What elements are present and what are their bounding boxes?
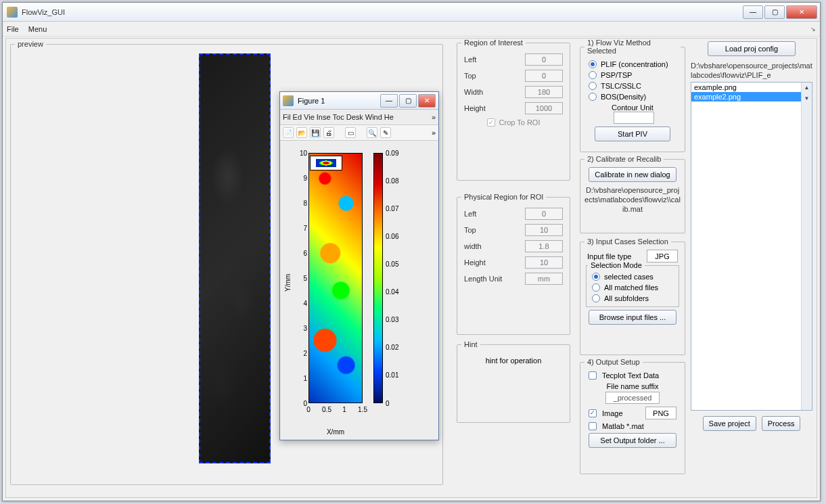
matlab-label: Matlab *.mat bbox=[602, 422, 644, 430]
phys-height-input[interactable] bbox=[525, 256, 563, 269]
ytick: 6 bbox=[298, 250, 307, 257]
phys-width-label: width bbox=[464, 242, 482, 250]
phys-width-input[interactable] bbox=[525, 240, 563, 252]
tecplot-label: Tecplot Text Data bbox=[602, 371, 659, 380]
window-title: FlowViz_GUI bbox=[22, 8, 741, 16]
hint-text: hint for operation bbox=[461, 357, 566, 365]
crop-to-roi-label: Crop To ROI bbox=[499, 118, 541, 127]
figmenu-desktop[interactable]: Desk bbox=[346, 113, 363, 121]
figmenu-insert[interactable]: Inse bbox=[317, 113, 331, 121]
menu-menu[interactable]: Menu bbox=[28, 25, 47, 33]
image-label: Image bbox=[602, 409, 623, 417]
radio-all-subfolders[interactable] bbox=[592, 294, 600, 302]
colorbar-tick: 0.08 bbox=[386, 177, 398, 185]
zoom-icon[interactable]: 🔍 bbox=[367, 127, 377, 138]
project-column: Load proj config D:\vbshare\opensource_p… bbox=[691, 39, 812, 474]
brush-icon[interactable]: ✎ bbox=[380, 127, 391, 138]
figmenu-help[interactable]: He bbox=[384, 113, 394, 121]
radio-psp-label: PSP/TSP bbox=[601, 71, 632, 79]
radio-tslc[interactable] bbox=[589, 82, 597, 90]
input-cases-panel: 3) Input Cases Selection Input file type… bbox=[580, 237, 685, 355]
preview-image[interactable] bbox=[199, 53, 271, 463]
radio-selected-cases[interactable] bbox=[592, 273, 600, 281]
roi-panel: Region of Interest Left Top Width Height… bbox=[457, 39, 570, 181]
list-item[interactable]: example.png bbox=[691, 83, 812, 92]
set-output-folder-button[interactable]: Set Output folder ... bbox=[589, 433, 676, 448]
titlebar: FlowViz_GUI — ▢ ✕ bbox=[3, 3, 820, 22]
figure-toolbar: 📄 📂 💾 🖨 ▭ 🔍 ✎ » bbox=[280, 124, 438, 141]
toolbar-more-icon[interactable]: » bbox=[432, 129, 436, 137]
process-button[interactable]: Process bbox=[762, 416, 801, 431]
figmenu-edit[interactable]: Ed bbox=[293, 113, 302, 121]
figure-close-button[interactable]: ✕ bbox=[418, 94, 436, 108]
colorbar-tick: 0.01 bbox=[386, 371, 398, 379]
roi-height-input[interactable] bbox=[525, 102, 563, 114]
figure-titlebar[interactable]: Figure 1 — ▢ ✕ bbox=[280, 92, 438, 110]
phys-left-input[interactable] bbox=[525, 208, 563, 220]
save-icon[interactable]: 💾 bbox=[310, 127, 321, 138]
radio-plif[interactable] bbox=[589, 60, 597, 68]
contour-unit-label: Contour Unit bbox=[612, 104, 653, 112]
calib-legend: 2) Calibrate or Recalib bbox=[584, 155, 664, 163]
load-proj-config-button[interactable]: Load proj config bbox=[708, 41, 796, 56]
maximize-button[interactable]: ▢ bbox=[764, 5, 785, 19]
phys-top-label: Top bbox=[464, 226, 476, 234]
radio-plif-label: PLIF (concentration) bbox=[601, 60, 668, 68]
calibrate-panel: 2) Calibrate or Recalib Calibrate in new… bbox=[580, 155, 685, 233]
figmenu-view[interactable]: Vie bbox=[304, 113, 315, 121]
close-button[interactable]: ✕ bbox=[786, 5, 817, 19]
axes[interactable] bbox=[308, 153, 363, 403]
menubar: File Menu ↘ bbox=[3, 22, 820, 37]
colorbar-tick: 0.04 bbox=[386, 288, 398, 296]
phys-legend: Physical Region for ROI bbox=[461, 193, 546, 201]
ytick: 8 bbox=[298, 200, 307, 207]
roi-width-input[interactable] bbox=[525, 86, 563, 98]
roi-left-input[interactable] bbox=[525, 53, 563, 66]
selection-mode-group: Selection Mode selected cases All matche… bbox=[586, 265, 679, 307]
suffix-label: File name suffix bbox=[584, 382, 681, 390]
colorbar-tick: 0.03 bbox=[386, 316, 398, 323]
radio-psp[interactable] bbox=[589, 71, 597, 79]
radio-all-matched-label: All matched files bbox=[604, 283, 658, 292]
menubar-toggle-icon[interactable]: ↘ bbox=[810, 26, 816, 32]
length-unit-input[interactable] bbox=[525, 273, 563, 285]
radio-bos-label: BOS(Density) bbox=[601, 93, 646, 101]
start-piv-button[interactable]: Start PIV bbox=[595, 127, 670, 141]
phys-top-input[interactable] bbox=[525, 224, 563, 236]
save-project-button[interactable]: Save project bbox=[703, 416, 756, 431]
image-type-input[interactable]: PNG bbox=[645, 407, 676, 419]
image-checkbox[interactable] bbox=[589, 409, 597, 417]
file-listbox[interactable]: example.png example2.png ▲▼ bbox=[691, 82, 812, 411]
selection-mode-legend: Selection Mode bbox=[588, 261, 645, 269]
input-legend: 3) Input Cases Selection bbox=[584, 237, 671, 246]
figmenu-file[interactable]: Fil bbox=[283, 113, 291, 121]
colormap-legend-patch bbox=[310, 156, 342, 170]
filetype-input[interactable]: JPG bbox=[647, 250, 678, 262]
calib-path: D:\vbshare\opensource_projects\matlabcod… bbox=[584, 186, 681, 214]
list-item[interactable]: example2.png bbox=[691, 92, 812, 101]
browse-input-button[interactable]: Browse input files ... bbox=[589, 310, 676, 325]
pointer-icon[interactable]: ▭ bbox=[345, 127, 356, 138]
contour-unit-input[interactable] bbox=[614, 112, 654, 124]
figmenu-tools[interactable]: Toc bbox=[333, 113, 344, 121]
menu-file[interactable]: File bbox=[7, 25, 19, 33]
calibrate-button[interactable]: Calibrate in new dialog bbox=[589, 167, 676, 182]
radio-all-matched[interactable] bbox=[592, 283, 600, 292]
figure-minimize-button[interactable]: — bbox=[380, 94, 398, 108]
new-figure-icon[interactable]: 📄 bbox=[283, 127, 294, 138]
listbox-scrollbar[interactable]: ▲▼ bbox=[801, 83, 812, 410]
figmenu-more-icon[interactable]: » bbox=[432, 113, 436, 121]
open-icon[interactable]: 📂 bbox=[296, 127, 307, 138]
matlab-checkbox[interactable] bbox=[589, 422, 597, 430]
tecplot-checkbox[interactable] bbox=[589, 371, 597, 380]
roi-left-label: Left bbox=[464, 55, 476, 64]
figure-window[interactable]: Figure 1 — ▢ ✕ Fil Ed Vie Inse Toc Desk … bbox=[279, 91, 439, 440]
minimize-button[interactable]: — bbox=[743, 5, 763, 19]
roi-top-input[interactable] bbox=[525, 70, 563, 82]
figmenu-window[interactable]: Wind bbox=[365, 113, 382, 121]
colorbar bbox=[373, 153, 383, 403]
radio-bos[interactable] bbox=[589, 93, 597, 101]
suffix-input[interactable] bbox=[605, 392, 660, 404]
figure-maximize-button[interactable]: ▢ bbox=[399, 94, 417, 108]
print-icon[interactable]: 🖨 bbox=[323, 127, 334, 138]
